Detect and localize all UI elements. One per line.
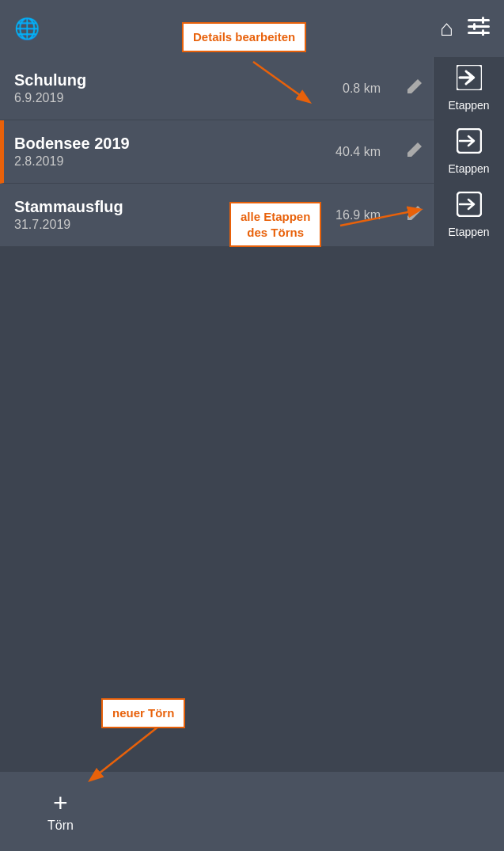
item-date: 2.8.2019 [14, 154, 130, 169]
etappen-label: Etappen [448, 99, 489, 112]
list-item-info: Schulung 6.9.2019 [14, 71, 86, 105]
edit-icon[interactable] [406, 204, 423, 226]
etappen-label: Etappen [448, 162, 489, 175]
item-title: Stammausflug [14, 198, 123, 216]
svg-rect-1 [468, 25, 490, 28]
list-item-info: Stammausflug 31.7.2019 [14, 198, 123, 232]
svg-rect-3 [482, 17, 484, 24]
item-date: 31.7.2019 [14, 218, 123, 232]
etappen-arrow-icon [457, 65, 482, 96]
list-item: Bodensee 2019 2.8.2019 40.4 km Etappen [0, 120, 504, 184]
item-title: Bodensee 2019 [14, 135, 130, 153]
edit-icon[interactable] [406, 78, 423, 99]
list-item-main: Stammausflug 31.7.2019 16.9 km [0, 184, 433, 246]
edit-icon[interactable] [406, 141, 423, 162]
plus-icon: + [53, 790, 68, 815]
etappen-button[interactable]: Etappen [433, 57, 504, 120]
item-right: 40.4 km [335, 141, 423, 162]
item-distance: 0.8 km [343, 82, 381, 96]
etappen-label: Etappen [448, 226, 489, 238]
item-title: Schulung [14, 71, 86, 89]
list-item: Schulung 6.9.2019 0.8 km Etap [0, 57, 504, 120]
list-item-main: Bodensee 2019 2.8.2019 40.4 km [4, 120, 433, 183]
item-right: 0.8 km [343, 78, 423, 99]
svg-rect-5 [482, 29, 484, 36]
home-icon[interactable]: ⌂ [440, 16, 453, 41]
footer-label: Törn [47, 819, 74, 833]
callout-text: alle Etappendes Törns [241, 210, 310, 239]
etappen-button[interactable]: Etappen [433, 120, 504, 183]
item-right: 16.9 km [335, 204, 423, 226]
list-item-main: Schulung 6.9.2019 0.8 km [0, 57, 433, 120]
etappen-button[interactable]: Etappen [433, 184, 504, 246]
etappen-arrow-icon [457, 192, 482, 222]
svg-rect-0 [468, 19, 490, 21]
callout-details-bearbeiten: Details bearbeiten [182, 22, 306, 52]
svg-rect-2 [468, 32, 490, 34]
list-item-info: Bodensee 2019 2.8.2019 [14, 135, 130, 169]
app-footer: + Törn [0, 772, 504, 851]
etappen-arrow-icon [457, 128, 482, 159]
item-date: 6.9.2019 [14, 91, 86, 105]
globe-icon[interactable]: 🌐 [14, 17, 40, 41]
callout-neuer-torn: neuer Törn [101, 698, 185, 728]
callout-text: neuer Törn [112, 706, 174, 720]
item-distance: 40.4 km [335, 145, 381, 159]
new-torn-button[interactable]: + Törn [47, 790, 74, 833]
item-distance: 16.9 km [335, 208, 381, 222]
callout-alle-etappen: alle Etappendes Törns [229, 202, 321, 247]
filter-icon[interactable] [468, 17, 490, 40]
svg-rect-4 [473, 23, 476, 30]
callout-text: Details bearbeiten [193, 30, 295, 44]
